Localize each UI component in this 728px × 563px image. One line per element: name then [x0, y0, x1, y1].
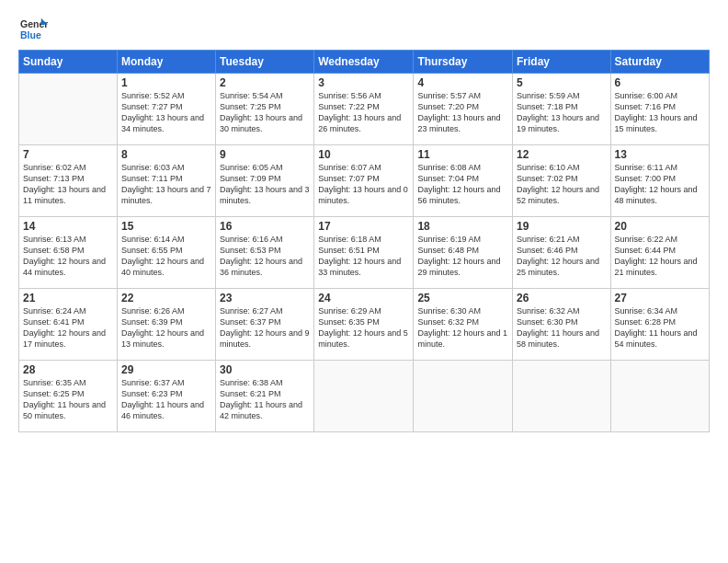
weekday-header-sunday: Sunday — [19, 51, 118, 74]
day-number: 3 — [318, 76, 409, 89]
day-info: Sunrise: 6:26 AMSunset: 6:39 PMDaylight:… — [121, 305, 211, 350]
day-number: 30 — [220, 363, 310, 376]
calendar-cell: 17Sunrise: 6:18 AMSunset: 6:51 PMDayligh… — [314, 217, 414, 289]
page: General Blue SundayMondayTuesdayWednesda… — [0, 0, 728, 563]
calendar-week-3: 14Sunrise: 6:13 AMSunset: 6:58 PMDayligh… — [19, 217, 710, 289]
weekday-header-row: SundayMondayTuesdayWednesdayThursdayFrid… — [19, 51, 710, 74]
day-info: Sunrise: 5:54 AMSunset: 7:25 PMDaylight:… — [220, 90, 310, 135]
day-number: 5 — [517, 76, 607, 89]
day-number: 7 — [23, 148, 113, 161]
weekday-header-friday: Friday — [512, 51, 610, 74]
day-info: Sunrise: 6:00 AMSunset: 7:16 PMDaylight:… — [615, 90, 705, 135]
calendar-cell — [414, 361, 513, 432]
day-number: 10 — [318, 148, 409, 161]
calendar-cell: 3Sunrise: 5:56 AMSunset: 7:22 PMDaylight… — [314, 74, 414, 145]
day-number: 1 — [121, 76, 211, 89]
calendar-cell: 14Sunrise: 6:13 AMSunset: 6:58 PMDayligh… — [19, 217, 118, 289]
day-number: 26 — [517, 292, 607, 304]
day-info: Sunrise: 6:32 AMSunset: 6:30 PMDaylight:… — [517, 305, 607, 350]
day-number: 21 — [23, 292, 113, 304]
day-info: Sunrise: 6:13 AMSunset: 6:58 PMDaylight:… — [23, 234, 113, 279]
calendar-cell: 15Sunrise: 6:14 AMSunset: 6:55 PMDayligh… — [117, 217, 215, 289]
calendar-cell: 27Sunrise: 6:34 AMSunset: 6:28 PMDayligh… — [610, 289, 709, 361]
calendar-cell: 23Sunrise: 6:27 AMSunset: 6:37 PMDayligh… — [216, 289, 314, 361]
day-info: Sunrise: 5:56 AMSunset: 7:22 PMDaylight:… — [318, 90, 409, 135]
day-info: Sunrise: 6:35 AMSunset: 6:25 PMDaylight:… — [23, 377, 113, 422]
day-info: Sunrise: 6:05 AMSunset: 7:09 PMDaylight:… — [220, 162, 310, 207]
day-info: Sunrise: 6:19 AMSunset: 6:48 PMDaylight:… — [417, 234, 508, 279]
day-info: Sunrise: 6:22 AMSunset: 6:44 PMDaylight:… — [615, 234, 705, 279]
day-number: 25 — [417, 292, 508, 304]
day-info: Sunrise: 6:21 AMSunset: 6:46 PMDaylight:… — [517, 234, 607, 279]
day-number: 24 — [318, 292, 409, 304]
calendar-cell: 21Sunrise: 6:24 AMSunset: 6:41 PMDayligh… — [19, 289, 118, 361]
calendar-table: SundayMondayTuesdayWednesdayThursdayFrid… — [18, 50, 710, 432]
weekday-header-wednesday: Wednesday — [314, 51, 414, 74]
weekday-header-monday: Monday — [117, 51, 215, 74]
calendar-cell — [610, 361, 709, 432]
calendar-cell: 19Sunrise: 6:21 AMSunset: 6:46 PMDayligh… — [512, 217, 610, 289]
day-number: 18 — [417, 220, 508, 233]
day-number: 4 — [417, 76, 508, 89]
day-number: 22 — [121, 292, 211, 304]
calendar-cell: 10Sunrise: 6:07 AMSunset: 7:07 PMDayligh… — [314, 145, 414, 217]
calendar-cell: 11Sunrise: 6:08 AMSunset: 7:04 PMDayligh… — [414, 145, 513, 217]
day-number: 8 — [121, 148, 211, 161]
day-number: 17 — [318, 220, 409, 233]
calendar-cell: 9Sunrise: 6:05 AMSunset: 7:09 PMDaylight… — [216, 145, 314, 217]
calendar-cell: 22Sunrise: 6:26 AMSunset: 6:39 PMDayligh… — [117, 289, 215, 361]
day-info: Sunrise: 6:29 AMSunset: 6:35 PMDaylight:… — [318, 305, 409, 350]
day-info: Sunrise: 6:30 AMSunset: 6:32 PMDaylight:… — [417, 305, 508, 350]
day-info: Sunrise: 6:11 AMSunset: 7:00 PMDaylight:… — [615, 162, 705, 207]
calendar-week-4: 21Sunrise: 6:24 AMSunset: 6:41 PMDayligh… — [19, 289, 710, 361]
day-number: 2 — [220, 76, 310, 89]
day-info: Sunrise: 6:08 AMSunset: 7:04 PMDaylight:… — [417, 162, 508, 207]
calendar-cell: 4Sunrise: 5:57 AMSunset: 7:20 PMDaylight… — [414, 74, 513, 145]
calendar-cell: 30Sunrise: 6:38 AMSunset: 6:21 PMDayligh… — [216, 361, 314, 432]
day-info: Sunrise: 6:24 AMSunset: 6:41 PMDaylight:… — [23, 305, 113, 350]
calendar-cell: 16Sunrise: 6:16 AMSunset: 6:53 PMDayligh… — [216, 217, 314, 289]
day-info: Sunrise: 6:37 AMSunset: 6:23 PMDaylight:… — [121, 377, 211, 422]
calendar-cell — [19, 74, 118, 145]
day-info: Sunrise: 6:02 AMSunset: 7:13 PMDaylight:… — [23, 162, 113, 207]
calendar-cell: 18Sunrise: 6:19 AMSunset: 6:48 PMDayligh… — [414, 217, 513, 289]
calendar-cell: 13Sunrise: 6:11 AMSunset: 7:00 PMDayligh… — [610, 145, 709, 217]
calendar-cell: 20Sunrise: 6:22 AMSunset: 6:44 PMDayligh… — [610, 217, 709, 289]
svg-text:Blue: Blue — [20, 29, 41, 40]
day-number: 23 — [220, 292, 310, 304]
logo: General Blue — [18, 17, 48, 42]
calendar-cell — [314, 361, 414, 432]
day-number: 20 — [615, 220, 705, 233]
calendar-cell — [512, 361, 610, 432]
day-number: 6 — [615, 76, 705, 89]
weekday-header-tuesday: Tuesday — [216, 51, 314, 74]
day-info: Sunrise: 6:07 AMSunset: 7:07 PMDaylight:… — [318, 162, 409, 207]
weekday-header-saturday: Saturday — [610, 51, 709, 74]
day-number: 19 — [517, 220, 607, 233]
calendar-cell: 26Sunrise: 6:32 AMSunset: 6:30 PMDayligh… — [512, 289, 610, 361]
day-info: Sunrise: 5:59 AMSunset: 7:18 PMDaylight:… — [517, 90, 607, 135]
day-info: Sunrise: 5:57 AMSunset: 7:20 PMDaylight:… — [417, 90, 508, 135]
day-info: Sunrise: 6:16 AMSunset: 6:53 PMDaylight:… — [220, 234, 310, 279]
day-info: Sunrise: 6:38 AMSunset: 6:21 PMDaylight:… — [220, 377, 310, 422]
day-number: 29 — [121, 363, 211, 376]
calendar-cell: 1Sunrise: 5:52 AMSunset: 7:27 PMDaylight… — [117, 74, 215, 145]
calendar-cell: 5Sunrise: 5:59 AMSunset: 7:18 PMDaylight… — [512, 74, 610, 145]
day-info: Sunrise: 6:14 AMSunset: 6:55 PMDaylight:… — [121, 234, 211, 279]
calendar-cell: 12Sunrise: 6:10 AMSunset: 7:02 PMDayligh… — [512, 145, 610, 217]
calendar-cell: 25Sunrise: 6:30 AMSunset: 6:32 PMDayligh… — [414, 289, 513, 361]
day-number: 28 — [23, 363, 113, 376]
calendar-week-1: 1Sunrise: 5:52 AMSunset: 7:27 PMDaylight… — [19, 74, 710, 145]
day-number: 14 — [23, 220, 113, 233]
day-info: Sunrise: 6:27 AMSunset: 6:37 PMDaylight:… — [220, 305, 310, 350]
calendar-cell: 28Sunrise: 6:35 AMSunset: 6:25 PMDayligh… — [19, 361, 118, 432]
day-info: Sunrise: 6:18 AMSunset: 6:51 PMDaylight:… — [318, 234, 409, 279]
calendar-cell: 7Sunrise: 6:02 AMSunset: 7:13 PMDaylight… — [19, 145, 118, 217]
day-info: Sunrise: 6:34 AMSunset: 6:28 PMDaylight:… — [615, 305, 705, 350]
day-number: 27 — [615, 292, 705, 304]
calendar-cell: 8Sunrise: 6:03 AMSunset: 7:11 PMDaylight… — [117, 145, 215, 217]
calendar-cell: 29Sunrise: 6:37 AMSunset: 6:23 PMDayligh… — [117, 361, 215, 432]
day-number: 11 — [417, 148, 508, 161]
weekday-header-thursday: Thursday — [414, 51, 513, 74]
day-info: Sunrise: 6:03 AMSunset: 7:11 PMDaylight:… — [121, 162, 211, 207]
